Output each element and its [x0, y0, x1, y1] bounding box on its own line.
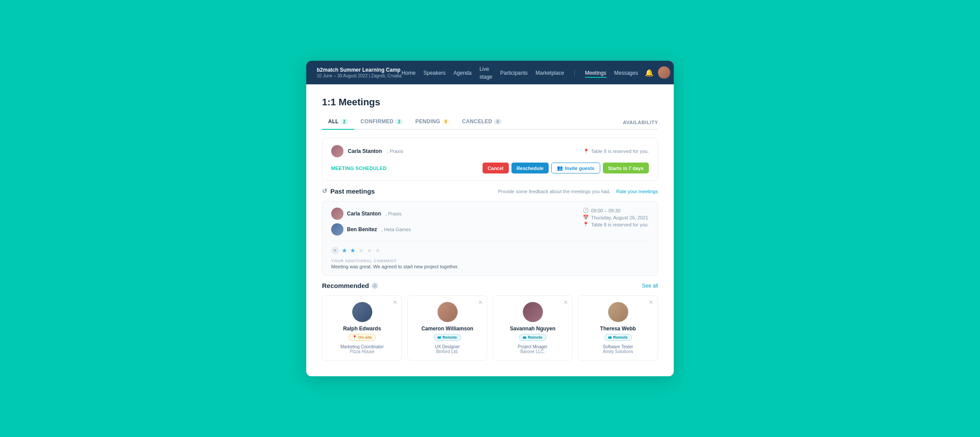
- btn-actions-group: Cancel Reschedule 👥 Invite guests Starts…: [483, 163, 649, 173]
- rec-card-0: ✕ Ralph Edwards 📍 On-site Marketing Coor…: [322, 295, 402, 361]
- rec-company-0: Pizza House: [350, 349, 374, 354]
- avatar[interactable]: [658, 66, 670, 79]
- rating-row: ✕ ★ ★ ★ ★ ★: [331, 246, 649, 254]
- past-person-2-org: , Heta Games: [382, 227, 411, 232]
- past-meeting-card: Carla Stanton , Praxis Ben Benitez , Het…: [322, 201, 658, 276]
- rec-avatar-0: [352, 302, 372, 322]
- comment-label: YOUR ADDITIONAL COMMENT:: [331, 259, 649, 263]
- rec-role-0: Marketing Coordinator: [340, 344, 384, 349]
- nav-messages[interactable]: Messages: [614, 68, 638, 78]
- tab-confirmed-badge: 2: [395, 119, 403, 125]
- nav-speakers[interactable]: Speakers: [424, 68, 446, 78]
- rec-avatar-2: [523, 302, 543, 322]
- rec-company-3: Amity Solutions: [603, 349, 633, 354]
- rec-role-2: Project Mnager: [518, 344, 548, 349]
- rec-badge-2: Remote: [519, 334, 546, 341]
- bell-icon[interactable]: 🔔: [645, 69, 654, 77]
- rec-close-3[interactable]: ✕: [649, 299, 653, 305]
- rec-badge-1: Remote: [434, 334, 461, 341]
- scheduled-person-name: Carla Stanton: [348, 148, 382, 154]
- rating-remove-icon[interactable]: ✕: [331, 246, 339, 254]
- location-icon: 📍: [583, 222, 589, 227]
- rec-avatar-1: [438, 302, 458, 322]
- reschedule-button[interactable]: Reschedule: [511, 163, 549, 173]
- navbar-right: 🔔 ▾: [645, 66, 674, 79]
- star-3[interactable]: ★: [358, 247, 364, 254]
- star-4[interactable]: ★: [367, 247, 372, 254]
- scheduled-person-org: , Praxis: [387, 149, 403, 154]
- tab-all[interactable]: ALL 2: [322, 116, 354, 130]
- past-time: 09:00 – 09:30: [591, 208, 620, 213]
- past-date: Thursday, August 26, 2021: [591, 215, 648, 220]
- scheduled-person-avatar: [331, 145, 343, 157]
- card-divider: [331, 241, 649, 241]
- tab-pending[interactable]: PENDING 0: [409, 116, 456, 130]
- rec-company-2: Barone LLC.: [520, 349, 545, 354]
- rec-card-2: ✕ Savannah Nguyen Remote Project Mnager …: [493, 295, 573, 361]
- info-icon: i: [372, 283, 378, 289]
- tab-canceled-badge: 0: [494, 119, 502, 125]
- past-person-1-name: Carla Stanton: [347, 211, 381, 217]
- brand-sub: 10 June – 30 August 2022 | Zagreb, Croat…: [317, 73, 402, 78]
- nav-divider: |: [574, 69, 575, 76]
- nav-livestage[interactable]: Live stage: [480, 64, 492, 82]
- recommended-cards-list: ✕ Ralph Edwards 📍 On-site Marketing Coor…: [322, 295, 658, 361]
- nav-links: Home Speakers Agenda Live stage Particip…: [402, 65, 638, 80]
- comment-text: Meeting was great. We agreed to start ne…: [331, 264, 649, 269]
- tab-confirmed-label: CONFIRMED: [360, 118, 393, 125]
- tabs-bar: ALL 2 CONFIRMED 2 PENDING 0 CANCELED 0 A…: [322, 116, 658, 130]
- rec-name-2: Savannah Nguyen: [510, 326, 555, 332]
- comment-section: YOUR ADDITIONAL COMMENT: Meeting was gre…: [331, 259, 649, 269]
- invite-guests-button[interactable]: 👥 Invite guests: [551, 163, 600, 173]
- location-badge-icon: 📍: [352, 335, 357, 340]
- star-5[interactable]: ★: [375, 247, 381, 254]
- rec-card-3: ✕ Theresa Webb Remote Software Tester Am…: [578, 295, 658, 361]
- past-table: Table 8 is reserved for you.: [591, 222, 649, 227]
- nav-home[interactable]: Home: [402, 68, 416, 78]
- see-all-link[interactable]: See all: [642, 283, 658, 289]
- nav-meetings[interactable]: Meetings: [585, 68, 606, 78]
- nav-participants[interactable]: Participants: [500, 68, 528, 78]
- rec-badge-3: Remote: [604, 334, 631, 341]
- nav-marketplace[interactable]: Marketplace: [536, 68, 564, 78]
- rec-name-3: Theresa Webb: [600, 326, 636, 332]
- page-title: 1:1 Meetings: [322, 97, 658, 108]
- navbar: b2match Summer Learning Camp 10 June – 3…: [306, 61, 674, 84]
- past-persons-list: Carla Stanton , Praxis Ben Benitez , Het…: [331, 208, 411, 236]
- past-meetings-feedback: Provide some feedback about the meetings…: [498, 187, 658, 195]
- rec-company-1: Binford Ltd.: [436, 349, 458, 354]
- nav-agenda[interactable]: Agenda: [454, 68, 472, 78]
- cancel-button[interactable]: Cancel: [483, 163, 509, 173]
- tab-pending-label: PENDING: [415, 118, 440, 125]
- past-person-2-name: Ben Benitez: [347, 226, 377, 232]
- star-1[interactable]: ★: [342, 247, 347, 254]
- past-person-2-avatar: [331, 223, 343, 236]
- brand-title: b2match Summer Learning Camp: [317, 67, 402, 73]
- pin-icon: 📍: [583, 149, 589, 154]
- video-badge-icon-1: [438, 336, 441, 339]
- rec-close-2[interactable]: ✕: [564, 299, 568, 305]
- clock-icon: 🕐: [583, 208, 589, 213]
- scheduled-meeting-card: Carla Stanton , Praxis 📍 Table 8 is rese…: [322, 138, 658, 181]
- rec-role-3: Software Tester: [603, 344, 633, 349]
- rec-close-1[interactable]: ✕: [478, 299, 483, 305]
- tab-pending-badge: 0: [442, 119, 450, 125]
- tab-canceled-label: CANCELED: [462, 118, 492, 125]
- tab-confirmed[interactable]: CONFIRMED 2: [354, 116, 409, 130]
- rec-role-1: UX Designer: [435, 344, 460, 349]
- starts-soon-button[interactable]: Starts in 7 days: [603, 163, 649, 173]
- rate-meetings-link[interactable]: Rate your meetings: [616, 189, 658, 194]
- tab-all-badge: 2: [340, 119, 348, 125]
- tab-canceled[interactable]: CANCELED 0: [456, 116, 508, 130]
- invite-icon: 👥: [557, 165, 563, 171]
- past-meetings-title: ↺ Past meetings: [322, 187, 375, 195]
- scheduled-table-info: 📍 Table 8 is reserved for you.: [583, 149, 649, 154]
- past-person-1-org: , Praxis: [385, 211, 402, 216]
- past-meeting-details: 🕐 09:00 – 09:30 📅 Thursday, August 26, 2…: [583, 208, 649, 227]
- availability-link[interactable]: AVAILABILITY: [623, 120, 658, 125]
- star-2[interactable]: ★: [350, 247, 356, 254]
- calendar-icon: 📅: [583, 215, 589, 220]
- meeting-status-label: MEETING SCHEDULED: [331, 166, 387, 171]
- rec-name-1: Cameron Williamson: [421, 326, 473, 332]
- rec-close-0[interactable]: ✕: [393, 299, 397, 305]
